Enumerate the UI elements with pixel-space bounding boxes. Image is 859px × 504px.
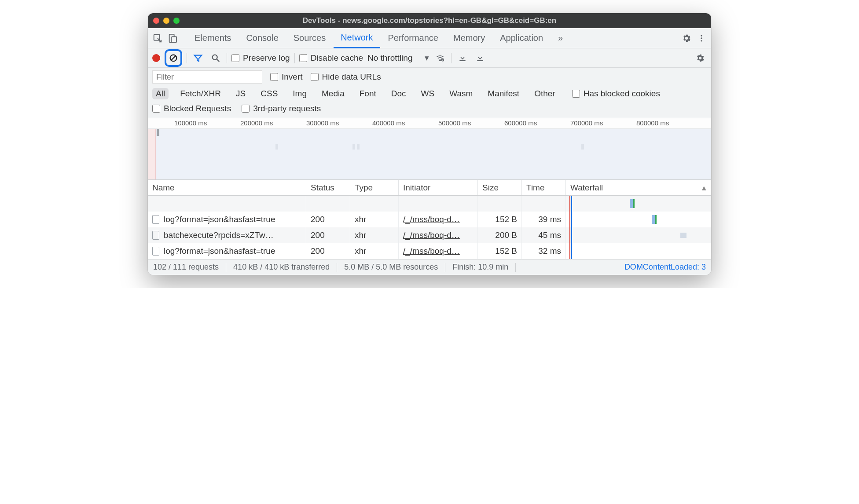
table-header: Name Status Type Initiator Size Time Wat… xyxy=(148,180,711,196)
throttling-select[interactable]: No throttling ▾ xyxy=(367,53,429,63)
disable-cache-input[interactable] xyxy=(299,54,307,62)
request-time: 45 ms xyxy=(522,227,566,243)
type-css[interactable]: CSS xyxy=(257,88,281,99)
type-fetch-xhr[interactable]: Fetch/XHR xyxy=(176,88,224,99)
status-transferred: 410 kB / 410 kB transferred xyxy=(233,263,330,272)
request-status: 200 xyxy=(306,212,350,227)
svg-rect-13 xyxy=(477,60,483,61)
preserve-log-checkbox[interactable]: Preserve log xyxy=(231,53,290,63)
network-conditions-icon[interactable] xyxy=(433,51,447,65)
type-font[interactable]: Font xyxy=(356,88,380,99)
blocked-requests-checkbox[interactable]: Blocked Requests xyxy=(152,104,231,113)
status-resources: 5.0 MB / 5.0 MB resources xyxy=(344,263,438,272)
file-icon xyxy=(152,215,159,224)
svg-point-4 xyxy=(701,37,702,39)
timeline-activity-marker xyxy=(155,129,161,179)
svg-point-8 xyxy=(213,55,217,59)
table-row[interactable]: batchexecute?rpcids=xZTw… 200 xhr /_/mss… xyxy=(148,227,711,243)
timeline-overview[interactable]: 100000 ms 200000 ms 300000 ms 400000 ms … xyxy=(148,118,711,180)
col-initiator[interactable]: Initiator xyxy=(399,180,478,195)
kebab-menu-icon[interactable] xyxy=(694,31,708,45)
has-blocked-cookies-input[interactable] xyxy=(572,90,580,98)
type-wasm[interactable]: Wasm xyxy=(446,88,476,99)
tab-network[interactable]: Network xyxy=(334,29,380,48)
resource-type-filter: All Fetch/XHR JS CSS Img Media Font Doc … xyxy=(152,88,707,99)
tab-sources[interactable]: Sources xyxy=(286,28,333,48)
initiator-link[interactable]: /_/mss/boq-d… xyxy=(403,230,460,240)
file-icon xyxy=(152,247,159,256)
chevron-down-icon: ▾ xyxy=(425,53,429,63)
svg-rect-12 xyxy=(460,60,466,61)
tab-elements[interactable]: Elements xyxy=(187,28,238,48)
request-type: xhr xyxy=(350,227,399,243)
request-name: log?format=json&hasfast=true xyxy=(164,215,275,224)
col-time[interactable]: Time xyxy=(522,180,566,195)
tab-performance[interactable]: Performance xyxy=(381,28,446,48)
network-request-table: Name Status Type Initiator Size Time Wat… xyxy=(148,180,711,259)
has-blocked-cookies-checkbox[interactable]: Has blocked cookies xyxy=(572,89,660,99)
export-har-icon[interactable] xyxy=(474,51,487,65)
blocked-requests-input[interactable] xyxy=(152,105,160,113)
invert-label: Invert xyxy=(282,72,303,82)
import-har-icon[interactable] xyxy=(456,51,469,65)
ruler-tick: 600000 ms xyxy=(504,119,537,127)
status-requests: 102 / 111 requests xyxy=(153,263,219,272)
zoom-button[interactable] xyxy=(173,18,180,24)
col-size[interactable]: Size xyxy=(478,180,522,195)
clear-button[interactable] xyxy=(165,49,182,67)
has-blocked-cookies-label: Has blocked cookies xyxy=(584,89,660,99)
settings-gear-icon[interactable] xyxy=(679,31,694,45)
record-button[interactable] xyxy=(152,54,160,62)
third-party-input[interactable] xyxy=(242,105,250,113)
type-media[interactable]: Media xyxy=(318,88,348,99)
ruler-tick: 800000 ms xyxy=(636,119,669,127)
status-finish: Finish: 10.9 min xyxy=(452,263,508,272)
type-manifest[interactable]: Manifest xyxy=(484,88,523,99)
hide-data-urls-input[interactable] xyxy=(311,73,319,81)
svg-line-7 xyxy=(171,55,176,60)
inspect-element-icon[interactable] xyxy=(151,31,165,45)
preserve-log-input[interactable] xyxy=(231,54,239,62)
filter-input[interactable] xyxy=(152,70,262,84)
invert-checkbox[interactable]: Invert xyxy=(270,72,303,82)
table-row[interactable]: log?format=json&hasfast=true 200 xhr /_/… xyxy=(148,212,711,227)
request-type: xhr xyxy=(350,212,399,227)
svg-point-5 xyxy=(701,40,702,41)
timeline-activity-marker xyxy=(352,144,355,150)
tab-application[interactable]: Application xyxy=(493,28,550,48)
initiator-link[interactable]: /_/mss/boq-d… xyxy=(403,246,460,256)
initiator-link[interactable]: /_/mss/boq-d… xyxy=(403,215,460,224)
col-type[interactable]: Type xyxy=(350,180,399,195)
minimize-button[interactable] xyxy=(163,18,169,24)
search-icon[interactable] xyxy=(209,51,222,65)
type-doc[interactable]: Doc xyxy=(388,88,410,99)
type-ws[interactable]: WS xyxy=(418,88,438,99)
ruler-tick: 100000 ms xyxy=(174,119,207,127)
tab-console[interactable]: Console xyxy=(239,28,285,48)
type-img[interactable]: Img xyxy=(289,88,310,99)
table-row[interactable]: log?format=json&hasfast=true 200 xhr /_/… xyxy=(148,243,711,259)
third-party-checkbox[interactable]: 3rd-party requests xyxy=(242,104,321,113)
request-type: xhr xyxy=(350,243,399,259)
sort-indicator-icon: ▴ xyxy=(702,183,706,193)
invert-input[interactable] xyxy=(270,73,278,81)
hide-data-urls-checkbox[interactable]: Hide data URLs xyxy=(311,72,381,82)
network-toolbar: Preserve log Disable cache No throttling… xyxy=(148,48,711,68)
filter-icon[interactable] xyxy=(191,51,205,65)
network-settings-gear-icon[interactable] xyxy=(694,51,707,65)
type-js[interactable]: JS xyxy=(232,88,249,99)
tabs-overflow[interactable]: » xyxy=(551,28,570,48)
disable-cache-checkbox[interactable]: Disable cache xyxy=(299,53,363,63)
blocked-requests-label: Blocked Requests xyxy=(164,104,231,113)
timeline-activity-marker xyxy=(357,144,360,150)
timeline-canvas[interactable] xyxy=(148,129,711,179)
device-toolbar-icon[interactable] xyxy=(165,31,180,45)
close-button[interactable] xyxy=(153,18,159,24)
type-all[interactable]: All xyxy=(152,88,169,99)
col-name[interactable]: Name xyxy=(148,180,306,195)
col-status[interactable]: Status xyxy=(306,180,350,195)
tab-memory[interactable]: Memory xyxy=(446,28,492,48)
throttling-value: No throttling xyxy=(367,53,412,63)
col-waterfall[interactable]: Waterfall▴ xyxy=(566,180,711,195)
type-other[interactable]: Other xyxy=(531,88,559,99)
